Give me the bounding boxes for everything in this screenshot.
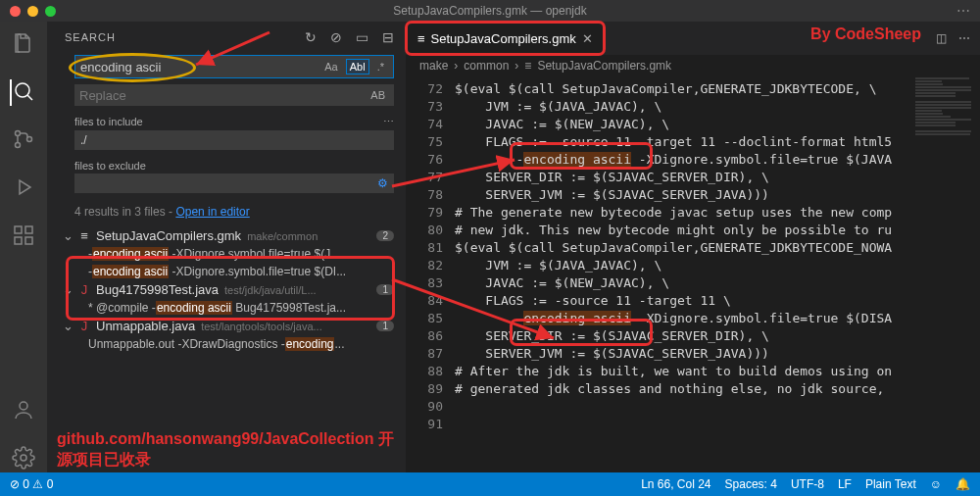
encoding-status[interactable]: UTF-8 <box>791 477 824 491</box>
close-tab-icon[interactable]: ✕ <box>582 31 593 46</box>
status-bar: ⊘ 0 ⚠ 0 Ln 66, Col 24 Spaces: 4 UTF-8 LF… <box>0 472 980 496</box>
extensions-icon[interactable] <box>12 223 35 250</box>
line-gutter: 7273747576777879808182838485868788899091 <box>406 76 455 472</box>
include-label: files to include <box>74 116 143 128</box>
settings-gear-icon[interactable] <box>12 446 35 472</box>
search-results: ⌄≡SetupJavaCompilers.gmkmake/common2-enc… <box>47 226 406 472</box>
search-tab-icon[interactable] <box>10 79 35 106</box>
open-in-editor-link[interactable]: Open in editor <box>175 205 249 219</box>
indent-status[interactable]: Spaces: 4 <box>725 477 777 491</box>
svg-point-3 <box>27 137 32 142</box>
minimap[interactable] <box>911 76 980 472</box>
match-case-toggle[interactable]: Aa <box>320 59 341 74</box>
editor-area: ≡ SetupJavaCompilers.gmk ✕ ◫ ⋯ make›comm… <box>406 22 980 472</box>
eol-status[interactable]: LF <box>838 477 852 491</box>
result-file-2[interactable]: ⌄JUnmappable.javatest/langtools/tools/ja… <box>47 317 406 335</box>
file-icon: ≡ <box>417 31 425 46</box>
result-match-0-0[interactable]: -encoding ascii -XDignore.symbol.file=tr… <box>47 245 406 263</box>
replace-placeholder: Replace <box>79 88 126 103</box>
panel-title: SEARCH <box>65 31 116 43</box>
exclude-input[interactable]: ⚙ <box>74 174 394 193</box>
more-actions-icon[interactable]: ⋯ <box>958 31 970 45</box>
maximize-window[interactable] <box>45 6 56 17</box>
search-input[interactable] <box>80 60 320 74</box>
match-whole-word-toggle[interactable]: Abl <box>346 59 369 74</box>
svg-point-9 <box>21 455 26 461</box>
include-input[interactable]: ./ <box>74 130 394 150</box>
language-mode[interactable]: Plain Text <box>865 477 916 491</box>
window-title: SetupJavaCompilers.gmk — openjdk <box>393 4 586 18</box>
svg-rect-6 <box>25 237 32 244</box>
toggle-search-details-icon[interactable]: ⋯ <box>383 116 394 128</box>
replace-input-box[interactable]: Replace AB <box>74 84 394 106</box>
svg-rect-5 <box>15 237 22 244</box>
search-panel: SEARCH ↻ ⊘ ▭ ⊟ Aa Abl .* Replace AB file… <box>47 22 406 472</box>
regex-toggle[interactable]: .* <box>373 59 388 74</box>
notifications-icon[interactable]: 🔔 <box>956 477 970 491</box>
svg-point-2 <box>16 143 21 148</box>
results-summary: 4 results in 3 files - Open in editor <box>74 205 394 219</box>
svg-rect-7 <box>25 226 32 233</box>
source-control-icon[interactable] <box>12 127 35 154</box>
window-controls <box>10 6 56 17</box>
titlebar: SetupJavaCompilers.gmk — openjdk ⋯ <box>0 0 980 22</box>
titlebar-menu-icon[interactable]: ⋯ <box>956 3 970 19</box>
svg-point-1 <box>16 131 21 136</box>
new-search-editor-icon[interactable]: ▭ <box>356 29 368 45</box>
activity-bar <box>0 22 47 472</box>
editor-tab[interactable]: ≡ SetupJavaCompilers.gmk ✕ <box>408 24 603 53</box>
svg-point-0 <box>16 83 29 97</box>
minimize-window[interactable] <box>27 6 38 17</box>
result-match-0-1[interactable]: -encoding ascii -XDignore.symbol.file=tr… <box>47 263 406 280</box>
clear-icon[interactable]: ⊘ <box>330 29 342 45</box>
breadcrumb[interactable]: make›common›≡ SetupJavaCompilers.gmk <box>406 55 980 76</box>
close-window[interactable] <box>10 6 21 17</box>
result-file-1[interactable]: ⌄JBug4175998Test.javatest/jdk/java/util/… <box>47 280 406 299</box>
svg-rect-4 <box>15 226 22 233</box>
code-editor[interactable]: 7273747576777879808182838485868788899091… <box>406 76 980 472</box>
result-match-2-0[interactable]: Unmappable.out -XDrawDiagnostics -encodi… <box>47 335 406 353</box>
account-icon[interactable] <box>12 398 35 424</box>
use-exclude-settings-icon[interactable]: ⚙ <box>377 176 388 190</box>
tab-bar: ≡ SetupJavaCompilers.gmk ✕ ◫ ⋯ <box>406 22 980 55</box>
search-input-box[interactable]: Aa Abl .* <box>74 55 394 78</box>
split-editor-icon[interactable]: ◫ <box>936 31 947 45</box>
svg-point-8 <box>20 402 27 410</box>
problems-status[interactable]: ⊘ 0 ⚠ 0 <box>10 477 53 491</box>
tab-label: SetupJavaCompilers.gmk <box>431 31 576 46</box>
code-lines[interactable]: $(eval $(call SetupJavaCompiler,GENERATE… <box>455 76 980 472</box>
collapse-icon[interactable]: ⊟ <box>382 29 394 45</box>
result-file-0[interactable]: ⌄≡SetupJavaCompilers.gmkmake/common2 <box>47 226 406 245</box>
feedback-icon[interactable]: ☺ <box>930 477 942 491</box>
explorer-icon[interactable] <box>12 31 35 58</box>
exclude-label: files to exclude <box>74 160 146 172</box>
preserve-case-toggle[interactable]: AB <box>367 87 389 103</box>
run-debug-icon[interactable] <box>12 175 35 202</box>
cursor-position[interactable]: Ln 66, Col 24 <box>641 477 710 491</box>
result-match-1-0[interactable]: * @compile -encoding ascii Bug4175998Tes… <box>47 299 406 317</box>
refresh-icon[interactable]: ↻ <box>305 29 317 45</box>
